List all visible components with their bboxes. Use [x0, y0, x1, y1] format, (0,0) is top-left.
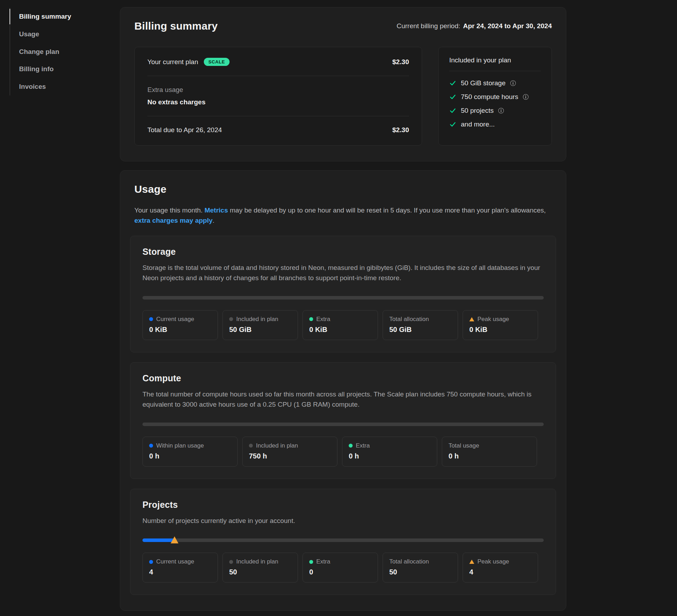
divider — [147, 76, 409, 76]
stat-label: Included in plan — [236, 558, 278, 565]
stat-value: 50 GiB — [389, 326, 451, 334]
sidebar-item-billing-info[interactable]: Billing info — [10, 60, 120, 78]
stat-value: 50 — [389, 568, 451, 576]
storage-title: Storage — [142, 247, 544, 257]
included-in-plan-title: Included in your plan — [449, 56, 541, 64]
check-icon — [449, 80, 456, 87]
compute-description: The total number of compute hours used s… — [142, 389, 543, 410]
billing-summary-header: Billing summary Current billing period:A… — [134, 20, 552, 32]
included-item-storage: 50 GiB storage — [449, 79, 541, 87]
billing-period-value: Apr 24, 2024 to Apr 30, 2024 — [463, 22, 552, 30]
blue-dot-icon — [149, 317, 153, 321]
extra-usage-block: Extra usage No extras charges — [147, 86, 409, 106]
green-dot-icon — [309, 560, 313, 564]
usage-intro-text: Your usage this month. — [134, 207, 205, 214]
plan-badge: SCALE — [204, 58, 230, 66]
sidebar-item-change-plan[interactable]: Change plan — [10, 43, 120, 61]
total-due-row: Total due to Apr 26, 2024 $2.30 — [147, 126, 409, 134]
stat-card-current-usage: Current usage 4 — [142, 553, 218, 583]
billing-period-label: Current billing period: — [397, 22, 461, 30]
billing-row: Your current plan SCALE $2.30 Extra usag… — [134, 47, 552, 146]
stat-card-extra: Extra 0 h — [342, 437, 437, 467]
stat-value: 0 — [309, 568, 371, 576]
projects-progress-fill — [142, 538, 175, 542]
stat-label: Total allocation — [389, 316, 429, 323]
divider — [147, 116, 409, 116]
sidebar-item-usage[interactable]: Usage — [10, 25, 120, 43]
storage-stats: Current usage 0 KiB Included in plan 50 … — [142, 310, 544, 340]
gray-dot-icon — [229, 560, 233, 564]
included-item-label: 50 projects — [461, 107, 494, 115]
sidebar: Billing summary Usage Change plan Billin… — [0, 0, 120, 616]
divider — [449, 71, 541, 71]
included-in-plan-list: 50 GiB storage 750 compute hours — [449, 79, 541, 128]
stat-value: 0 KiB — [309, 326, 371, 334]
stat-card-total-allocation: Total allocation 50 GiB — [383, 310, 458, 340]
stat-label: Current usage — [156, 316, 194, 323]
usage-intro-text: . — [213, 217, 214, 224]
compute-stats: Within plan usage 0 h Included in plan 7… — [142, 437, 544, 467]
stat-value: 0 h — [349, 452, 431, 460]
projects-title: Projects — [142, 500, 544, 510]
stat-value: 0 KiB — [469, 326, 531, 334]
stat-value: 0 h — [449, 452, 530, 460]
stat-value: 4 — [469, 568, 531, 576]
stat-label: Extra — [316, 316, 330, 323]
stat-card-peak-usage: Peak usage 4 — [463, 553, 538, 583]
stat-value: 50 — [229, 568, 291, 576]
total-due-amount: $2.30 — [392, 126, 409, 134]
blue-dot-icon — [149, 560, 153, 564]
sidebar-item-billing-summary[interactable]: Billing summary — [10, 8, 120, 25]
stat-value: 750 h — [249, 452, 331, 460]
stat-card-included-in-plan: Included in plan 50 — [222, 553, 298, 583]
info-icon[interactable] — [510, 80, 516, 86]
sidebar-item-invoices[interactable]: Invoices — [10, 78, 120, 96]
current-plan-row: Your current plan SCALE $2.30 — [147, 58, 409, 66]
stat-value: 4 — [149, 568, 211, 576]
check-icon — [449, 107, 456, 114]
included-item-label: and more... — [461, 121, 495, 128]
compute-progress-bar — [142, 423, 544, 426]
stat-label: Within plan usage — [156, 442, 204, 449]
billing-period: Current billing period:Apr 24, 2024 to A… — [397, 22, 552, 30]
check-icon — [449, 121, 456, 128]
metrics-link[interactable]: Metrics — [205, 207, 228, 214]
stat-card-total-allocation: Total allocation 50 — [383, 553, 458, 583]
stat-card-included-in-plan: Included in plan 750 h — [242, 437, 337, 467]
stat-label: Total usage — [449, 442, 479, 449]
storage-description: Storage is the total volume of data and … — [142, 263, 544, 283]
included-in-plan-card: Included in your plan 50 GiB storage — [438, 47, 552, 146]
projects-card: Projects Number of projects currently ac… — [130, 489, 556, 595]
projects-progress-bar — [142, 538, 544, 542]
extra-charges-link[interactable]: extra charges may apply — [134, 217, 213, 224]
stat-card-current-usage: Current usage 0 KiB — [142, 310, 218, 340]
info-icon[interactable] — [498, 107, 504, 114]
stat-value: 0 KiB — [149, 326, 211, 334]
projects-stats: Current usage 4 Included in plan 50 Extr… — [142, 553, 544, 583]
stat-label: Extra — [356, 442, 370, 449]
total-due-label: Total due to Apr 26, 2024 — [147, 126, 222, 134]
stat-card-extra: Extra 0 KiB — [303, 310, 378, 340]
usage-section: Usage Your usage this month. Metrics may… — [120, 170, 566, 611]
included-item-projects: 50 projects — [449, 107, 541, 115]
stat-label: Extra — [316, 558, 330, 565]
stat-label: Peak usage — [477, 316, 509, 323]
main-content: Billing summary Current billing period:A… — [120, 0, 566, 616]
info-icon[interactable] — [523, 94, 529, 100]
stat-label: Peak usage — [477, 558, 509, 565]
stat-card-total-usage: Total usage 0 h — [442, 437, 537, 467]
stat-label: Included in plan — [256, 442, 298, 449]
stat-label: Total allocation — [389, 558, 429, 565]
check-icon — [449, 93, 456, 100]
usage-intro-text: may be delayed by up to one hour and wil… — [228, 207, 545, 214]
stat-card-extra: Extra 0 — [303, 553, 378, 583]
stat-label: Included in plan — [236, 316, 278, 323]
included-item-label: 750 compute hours — [461, 93, 518, 101]
green-dot-icon — [309, 317, 313, 321]
plan-amount: $2.30 — [392, 58, 409, 66]
compute-title: Compute — [142, 373, 544, 383]
included-item-label: 50 GiB storage — [461, 79, 506, 87]
usage-intro: Your usage this month. Metrics may be de… — [134, 205, 550, 226]
stat-label: Current usage — [156, 558, 194, 565]
current-plan-label: Your current plan — [147, 58, 198, 66]
